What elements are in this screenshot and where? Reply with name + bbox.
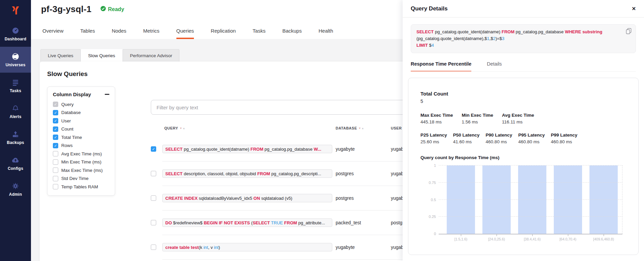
sidebar-item-backups[interactable]: Backups: [0, 124, 31, 150]
panel-title: Query Details: [411, 5, 448, 12]
column-option-max-exec-time-ms[interactable]: Max Exec Time (ms): [53, 167, 109, 173]
column-option-count[interactable]: ✓Count: [53, 126, 109, 132]
tab-nodes[interactable]: Nodes: [112, 28, 126, 39]
check-circle-icon: [100, 6, 106, 13]
database-cell: packed_test: [336, 220, 361, 225]
column-option-query[interactable]: ✓Query: [53, 102, 109, 107]
stat-value: 445.18 ms: [420, 119, 453, 124]
sql-segment: FROM: [284, 220, 297, 225]
stat-label: P25 Latency: [420, 133, 447, 138]
column-option-rows[interactable]: ✓Rows: [53, 143, 109, 148]
query-chip[interactable]: CREATE INDEX sqldataloadByValuev5_idx5 O…: [162, 194, 332, 202]
sidebar-item-dashboard[interactable]: Dashboard: [0, 21, 31, 47]
subtab-live-queries[interactable]: Live Queries: [40, 49, 81, 62]
checkbox[interactable]: ✓: [53, 102, 58, 107]
sql-segment: pg_catalog.quote_ident(datname): [182, 146, 250, 151]
column-option-user[interactable]: ✓User: [53, 118, 109, 123]
universe-tabs: OverviewTablesNodesMetricsQueriesReplica…: [42, 28, 333, 39]
row-checkbox[interactable]: [151, 245, 156, 250]
checkbox[interactable]: [53, 184, 58, 189]
column-option-min-exec-time-ms[interactable]: Min Exec Time (ms): [53, 159, 109, 165]
query-chip[interactable]: SELECT description, classoid, objoid, ob…: [162, 169, 332, 178]
tab-queries[interactable]: Queries: [176, 28, 194, 39]
sidebar-item-label: Admin: [9, 192, 22, 197]
checkbox[interactable]: ✓: [53, 143, 58, 148]
checkbox[interactable]: [53, 167, 58, 173]
sql-segment: 4: [432, 43, 434, 48]
sort-icon[interactable]: ▼▲: [179, 127, 185, 130]
sql-segment: pg_attribute...: [297, 220, 325, 225]
copy-icon[interactable]: [626, 28, 632, 36]
sidebar-item-universes[interactable]: Universes: [0, 47, 31, 73]
tab-health[interactable]: Health: [318, 28, 333, 39]
chart-gridline: [439, 165, 622, 165]
column-option-total-time[interactable]: ✓Total Time: [53, 135, 109, 140]
alerts-bell-icon: [11, 104, 20, 113]
tab-overview[interactable]: Overview: [42, 28, 64, 39]
stat-value: 1.56 ms: [462, 119, 494, 124]
sidebar-item-tasks[interactable]: Tasks: [0, 73, 31, 99]
sidebar-item-admin[interactable]: Admin: [0, 176, 31, 202]
x-axis-tick: [568, 234, 568, 236]
query-chip[interactable]: DO $redefineview$ BEGIN IF NOT EXISTS (S…: [162, 218, 332, 227]
row-checkbox[interactable]: [151, 220, 156, 225]
column-option-temp-tables-ram[interactable]: Temp Tables RAM: [53, 184, 109, 189]
checkbox[interactable]: [53, 176, 58, 181]
tab-tables[interactable]: Tables: [80, 28, 95, 39]
tab-tasks[interactable]: Tasks: [252, 28, 265, 39]
dashboard-gauge-icon: [11, 26, 20, 35]
column-option-std-dev-time[interactable]: Std Dev Time: [53, 176, 109, 181]
checkbox[interactable]: [53, 159, 58, 165]
x-axis-tick-label: [1.5,1.6): [447, 234, 475, 241]
tab-metrics[interactable]: Metrics: [143, 28, 159, 39]
column-header-query[interactable]: QUERY▼▲: [164, 126, 185, 130]
row-checkbox[interactable]: [151, 171, 156, 176]
sql-segment: 3: [502, 36, 504, 41]
tab-replication[interactable]: Replication: [211, 28, 236, 39]
query-chip[interactable]: SELECT pg_catalog.quote_ident(datname) F…: [162, 145, 332, 153]
sidebar-item-label: Configs: [8, 166, 23, 171]
stat-p99-latency: P99 Latency460.80 ms: [551, 133, 577, 144]
chart-bar: [447, 165, 475, 234]
checkbox[interactable]: ✓: [53, 126, 58, 132]
query-subtabs: Live QueriesSlow QueriesPerformance Advi…: [40, 49, 179, 62]
subtab-slow-queries[interactable]: Slow Queries: [81, 49, 123, 62]
sort-icon[interactable]: ▼▲: [358, 127, 364, 130]
details-tab-response-time-percentile[interactable]: Response Time Percentile: [411, 61, 471, 72]
column-option-database[interactable]: ✓Database: [53, 110, 109, 115]
sql-segment: DO: [165, 220, 172, 225]
database-cell: yugabyte: [336, 146, 355, 152]
close-icon[interactable]: ✕: [632, 6, 636, 12]
sql-line: SELECT pg_catalog.quote_ident(datname) F…: [416, 29, 620, 35]
collapse-icon[interactable]: [105, 94, 109, 95]
sidebar-item-alerts[interactable]: Alerts: [0, 99, 31, 124]
tab-backups[interactable]: Backups: [282, 28, 302, 39]
column-header-database[interactable]: DATABASE▼▲: [336, 126, 364, 130]
sidebar-item-configs[interactable]: Configs: [0, 150, 31, 176]
subtab-performance-advisor[interactable]: Performance Advisor: [123, 49, 179, 62]
column-option-avg-exec-time-ms[interactable]: Avg Exec Time (ms): [53, 151, 109, 156]
sql-segment: BEGIN IF NOT EXISTS: [204, 220, 250, 225]
row-checkbox[interactable]: ✓: [151, 146, 156, 152]
sql-segment: sqldataloadByValuev5_idx5: [198, 195, 253, 200]
checkbox[interactable]: ✓: [53, 135, 58, 140]
query-chip[interactable]: create table test(k int, v int): [162, 243, 332, 251]
yugabyte-logo[interactable]: [0, 0, 31, 21]
sql-segment: SELECT: [416, 29, 434, 34]
query-filter-input[interactable]: [151, 100, 420, 115]
details-tab-details[interactable]: Details: [487, 61, 502, 72]
row-checkbox[interactable]: [151, 195, 156, 201]
x-axis-tick-label: [24.0,25.6): [482, 234, 511, 241]
x-axis-tick-label: [64.0,70.4): [554, 234, 582, 241]
column-option-label: Max Exec Time (ms): [61, 168, 103, 173]
checkbox[interactable]: ✓: [53, 110, 58, 115]
chart-plot: 00.250.50.751: [439, 165, 622, 234]
checkbox[interactable]: [53, 151, 58, 156]
checkbox[interactable]: ✓: [53, 118, 58, 123]
chart-bar: [554, 165, 582, 234]
stat-label: Avg Exec Time: [502, 113, 534, 118]
stat-label: P50 Latency: [453, 133, 480, 138]
user-cell: yugab: [391, 171, 404, 176]
sql-segment: TRUE: [271, 220, 283, 225]
column-option-label: User: [61, 118, 71, 123]
